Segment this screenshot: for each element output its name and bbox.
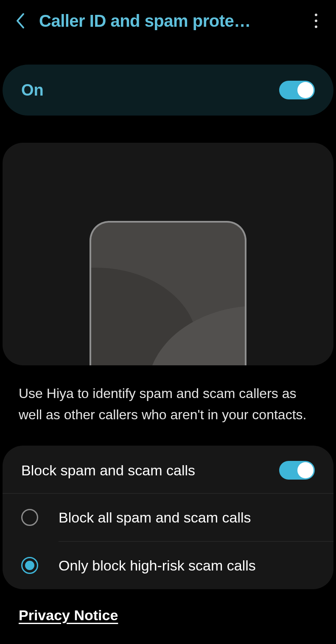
privacy-notice-link[interactable]: Privacy Notice	[19, 607, 317, 624]
block-toggle-row[interactable]: Block spam and scam calls	[3, 446, 333, 494]
block-option-high-risk[interactable]: Only block high-risk scam calls	[3, 542, 333, 589]
radio-label: Only block high-risk scam calls	[59, 557, 256, 574]
master-toggle-card: On	[3, 65, 333, 116]
radio-icon	[21, 557, 38, 574]
phone-icon	[90, 221, 246, 365]
more-options-icon[interactable]	[306, 11, 326, 31]
back-icon[interactable]	[10, 11, 30, 31]
block-toggle-label: Block spam and scam calls	[21, 462, 195, 479]
master-toggle[interactable]	[279, 81, 315, 99]
preview-illustration	[3, 143, 333, 365]
header: Caller ID and spam prote…	[0, 0, 336, 40]
radio-label: Block all spam and scam calls	[59, 509, 251, 526]
toggle-knob	[297, 462, 314, 478]
block-option-all[interactable]: Block all spam and scam calls	[3, 494, 333, 541]
toggle-knob	[297, 82, 314, 98]
page-title: Caller ID and spam prote…	[39, 11, 297, 31]
block-toggle[interactable]	[279, 461, 315, 480]
radio-icon	[21, 509, 38, 526]
block-options-card: Block spam and scam calls Block all spam…	[3, 446, 333, 589]
master-toggle-label: On	[21, 81, 44, 99]
radio-dot-icon	[25, 561, 34, 570]
feature-description: Use Hiya to identify spam and scam calle…	[19, 383, 317, 425]
